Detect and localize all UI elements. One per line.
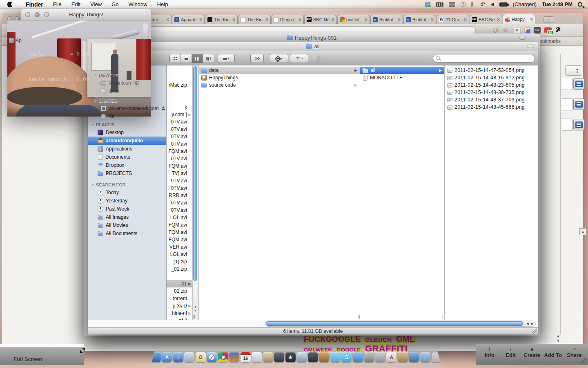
sidebar-item[interactable]: Macintosh HD bbox=[91, 79, 165, 87]
stepper-up-icon[interactable]: ▲ bbox=[576, 67, 579, 70]
sidebar-item[interactable]: All Images bbox=[88, 213, 166, 221]
star-icon[interactable]: ☆ bbox=[501, 27, 510, 34]
browser-tab[interactable]: Diego ( × bbox=[271, 15, 304, 24]
browser-tab[interactable]: biutiful × bbox=[337, 15, 370, 24]
icon-view-button[interactable] bbox=[170, 54, 181, 63]
file-row[interactable]: 2011-02-15-14-48-15-912.png ▶ bbox=[445, 74, 538, 81]
battery-icon[interactable] bbox=[499, 2, 508, 7]
file-row[interactable]: LOL.avi ▶ bbox=[167, 251, 192, 258]
file-row[interactable]: FQM.avi ▶ bbox=[167, 221, 192, 229]
menu-bar-clock[interactable]: Tue 2:48 PM bbox=[542, 1, 572, 7]
text-field[interactable] bbox=[562, 78, 572, 90]
tab-close-icon[interactable]: × bbox=[431, 17, 434, 22]
file-row[interactable]: hine-nf ▶ bbox=[167, 310, 192, 317]
dock-item-opera[interactable]: O bbox=[195, 351, 206, 365]
scrollbar-thumb[interactable] bbox=[266, 321, 523, 326]
file-row[interactable]: VER.avi ▶ bbox=[167, 243, 192, 251]
file-row[interactable]: TV].avi ▶ bbox=[167, 170, 192, 177]
tab-close-icon[interactable]: × bbox=[398, 17, 401, 22]
file-row[interactable]: 2011-02-15-14-48-23-605.png ▶ bbox=[445, 81, 538, 89]
dock-item-media-app[interactable] bbox=[409, 351, 420, 365]
eject-icon[interactable] bbox=[161, 106, 163, 110]
browser-tab[interactable]: The Kin × bbox=[238, 15, 271, 24]
file-row[interactable]: 0TV.avi ▶ bbox=[167, 133, 192, 140]
file-row[interactable]: 0TV.avi ▶ bbox=[167, 126, 192, 133]
new-tab-button[interactable]: + bbox=[543, 16, 554, 23]
section-header[interactable]: ▼PLACES bbox=[88, 121, 166, 128]
browser-tab[interactable]: W 21 Gra × bbox=[437, 15, 469, 24]
scrollbar-thumb[interactable] bbox=[193, 66, 197, 281]
file-row[interactable]: source code ▶ bbox=[199, 81, 360, 89]
dropbox-menu-button[interactable]: ▾ bbox=[290, 54, 308, 63]
sidebar-item[interactable]: Dropbox bbox=[88, 161, 166, 169]
tab-close-icon[interactable]: × bbox=[166, 17, 169, 22]
dock-item-ical[interactable]: 15 bbox=[240, 351, 251, 365]
file-row[interactable]: all ▶ bbox=[360, 67, 444, 74]
file-row[interactable]: ▶ bbox=[167, 67, 192, 74]
tag-cloud-word[interactable]: GML bbox=[395, 335, 415, 343]
section-header[interactable]: ▼SEARCH FOR bbox=[88, 181, 166, 188]
file-row[interactable]: FQM.avi ▶ bbox=[167, 229, 192, 236]
file-row[interactable]: 2011-02-15-14-48-37-709.png ▶ bbox=[445, 96, 538, 103]
file-row[interactable]: ▶ bbox=[167, 273, 192, 280]
file-row[interactable]: HappyThings ▶ bbox=[199, 74, 360, 81]
tag-cloud-word[interactable]: GLEUCH bbox=[364, 337, 392, 343]
file-row[interactable]: _01.zip ▶ bbox=[167, 265, 192, 273]
menu-item[interactable]: Window bbox=[123, 0, 152, 9]
sidebar-item[interactable]: Today bbox=[88, 188, 166, 197]
dock-item-safari[interactable] bbox=[207, 351, 218, 365]
window-resize-grip[interactable] bbox=[532, 328, 537, 334]
file-row[interactable]: 0TV.avi ▶ bbox=[167, 177, 192, 184]
webcam-minimize-button[interactable] bbox=[35, 12, 40, 17]
sidebar-item[interactable]: Desktop bbox=[88, 128, 166, 137]
sidebar-item[interactable]: iDisk bbox=[91, 87, 165, 95]
file-row[interactable]: RRR.avi ▶ bbox=[167, 192, 192, 199]
iphoto-action-button[interactable]: ↗ Share bbox=[564, 344, 584, 358]
dock-item-chrome[interactable] bbox=[218, 351, 229, 365]
file-row[interactable]: data ▶ bbox=[199, 67, 360, 74]
tab-close-icon[interactable]: × bbox=[199, 17, 202, 22]
time-machine-icon[interactable] bbox=[461, 2, 466, 7]
sidebar-item[interactable]: Documents bbox=[88, 153, 166, 161]
file-row[interactable]: 2011-02-15-14-48-45-666.png ▶ bbox=[445, 103, 538, 111]
menu-item[interactable]: File bbox=[48, 0, 67, 9]
dock-item-preview[interactable] bbox=[184, 351, 195, 365]
column-scrollbar[interactable] bbox=[192, 65, 198, 320]
dock-item-firefox[interactable] bbox=[229, 351, 240, 365]
iphoto-action-button[interactable]: + Add To bbox=[543, 344, 563, 358]
apple-menu-icon[interactable] bbox=[7, 2, 13, 7]
dock-item-garageband[interactable] bbox=[319, 351, 330, 365]
sidebar-item[interactable]: All Movies bbox=[88, 221, 166, 229]
battery-indicator-icon[interactable] bbox=[436, 2, 443, 7]
dock-item-happythings[interactable] bbox=[397, 351, 408, 365]
file-row[interactable]: 0TV.avi ▶ bbox=[167, 199, 192, 206]
file-row[interactable]: 2011-02-15-14-48-30-735.png ▶ bbox=[445, 89, 538, 96]
file-row[interactable]: 2011-02-15-14-47-53-054.png ▶ bbox=[445, 67, 538, 74]
file-row[interactable]: FQM.avi ▶ bbox=[167, 162, 192, 170]
file-row[interactable]: 0TV.avi ▶ bbox=[167, 206, 192, 214]
wifi-icon[interactable] bbox=[479, 2, 486, 7]
dock-item-facetime[interactable] bbox=[352, 351, 363, 365]
sidebar-item[interactable]: Yesterday bbox=[88, 197, 166, 205]
tag-icon[interactable]: TAG bbox=[534, 27, 541, 34]
file-row[interactable]: 0TV.avi ▶ bbox=[167, 140, 192, 148]
display-status-icon[interactable] bbox=[449, 2, 455, 7]
file-row[interactable]: MONACO.TTF ▶ bbox=[360, 74, 444, 81]
tab-close-icon[interactable]: × bbox=[530, 16, 533, 22]
file-row[interactable]: torrent ▶ bbox=[167, 295, 192, 302]
bulb-icon[interactable] bbox=[493, 28, 498, 33]
page-scroll-up-button[interactable]: ▲ bbox=[579, 228, 586, 235]
disclosure-icon[interactable]: ▼ bbox=[91, 123, 94, 127]
dock-item-photo-booth[interactable] bbox=[274, 351, 285, 365]
browser-tab[interactable]: BBC BBC Ne × bbox=[304, 15, 337, 24]
sidebar-item[interactable]: All Documents bbox=[88, 229, 166, 238]
file-row[interactable]: 0TV.avi ▶ bbox=[167, 155, 192, 162]
file-row[interactable]: nf 2 ▶ bbox=[167, 317, 192, 320]
disclosure-icon[interactable]: ▼ bbox=[91, 183, 94, 187]
toolbar-toggle-pill[interactable] bbox=[527, 45, 534, 48]
dock-item-downloads-folder[interactable] bbox=[420, 351, 431, 365]
list-view-button[interactable] bbox=[181, 54, 192, 63]
address-book-icon[interactable] bbox=[573, 78, 585, 90]
horizontal-scrollbar[interactable]: ◀▶ bbox=[265, 321, 536, 327]
tab-close-icon[interactable]: × bbox=[497, 17, 500, 22]
